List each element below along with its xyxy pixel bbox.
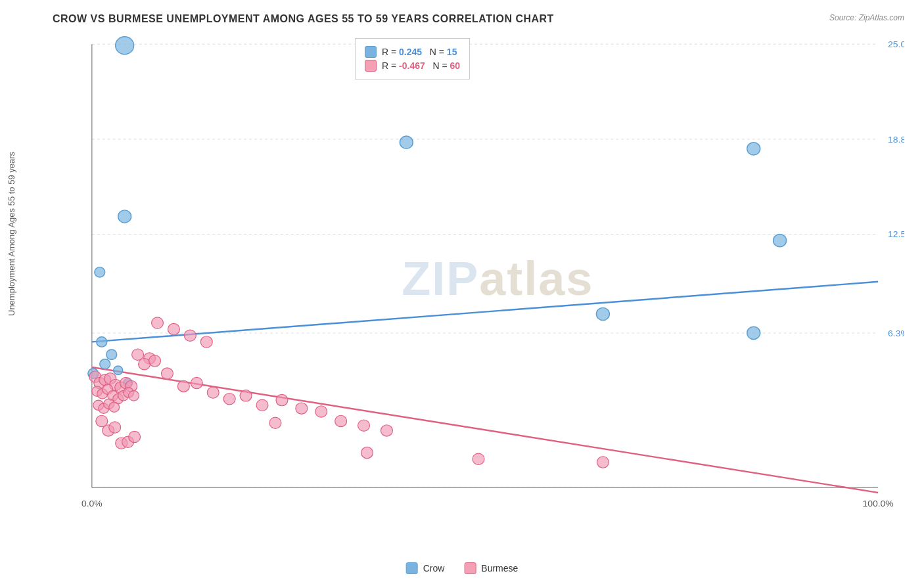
- crow-point: [114, 366, 123, 374]
- burmese-point: [200, 336, 212, 348]
- burmese-trend-line: [92, 367, 878, 493]
- burmese-point: [161, 368, 173, 379]
- burmese-point: [168, 323, 179, 334]
- burmese-point: [473, 453, 484, 464]
- burmese-point: [129, 431, 141, 442]
- crow-bottom-swatch: [406, 562, 418, 574]
- bottom-legend: Crow Burmese: [406, 562, 519, 574]
- burmese-point: [109, 402, 120, 412]
- burmese-legend-text: R = -0.467 N = 60: [382, 60, 460, 71]
- legend-crow-row: R = 0.245 N = 15: [365, 46, 460, 58]
- crow-point: [97, 337, 107, 347]
- burmese-point: [240, 390, 252, 401]
- crow-swatch: [365, 46, 377, 58]
- burmese-point: [191, 377, 202, 388]
- source-label: Source: ZipAtlas.com: [829, 13, 904, 22]
- burmese-point: [597, 457, 609, 468]
- crow-point: [747, 327, 760, 339]
- burmese-point: [149, 355, 161, 367]
- x-label-100: 100.0%: [862, 499, 893, 508]
- y-axis-label: Unemployment Among Ages 55 to 59 years: [7, 270, 16, 316]
- crow-point: [400, 136, 413, 148]
- burmese-point: [335, 415, 347, 426]
- crow-bottom-label: Crow: [423, 563, 445, 574]
- y-label-125: 12.5%: [888, 230, 904, 240]
- crow-point: [596, 307, 609, 320]
- burmese-point: [207, 387, 219, 398]
- crow-point: [774, 235, 787, 247]
- burmese-point: [358, 420, 370, 431]
- burmese-point: [139, 358, 150, 369]
- crow-point: [116, 37, 134, 55]
- burmese-point: [296, 403, 308, 414]
- crow-point: [747, 143, 760, 155]
- chart-container: CROW VS BURMESE UNEMPLOYMENT AMONG AGES …: [0, 0, 924, 586]
- y-label-188: 18.8%: [888, 135, 904, 145]
- burmese-bottom-swatch: [464, 562, 476, 574]
- burmese-point: [269, 417, 281, 428]
- burmese-point: [276, 394, 288, 405]
- x-label-0: 0.0%: [81, 499, 103, 508]
- crow-bottom-legend: Crow: [406, 562, 445, 574]
- burmese-point: [129, 391, 139, 401]
- chart-area: .grid-line { stroke: #ddd; stroke-width:…: [53, 32, 904, 526]
- crow-point: [106, 349, 117, 359]
- crow-legend-text: R = 0.245 N = 15: [382, 47, 457, 57]
- crow-point: [95, 267, 105, 277]
- burmese-point: [256, 399, 268, 411]
- burmese-point: [184, 330, 196, 341]
- chart-title: CROW VS BURMESE UNEMPLOYMENT AMONG AGES …: [53, 13, 904, 25]
- crow-point: [118, 210, 131, 223]
- y-label-63: 6.3%: [888, 328, 904, 338]
- burmese-point: [109, 422, 121, 433]
- burmese-bottom-legend: Burmese: [464, 562, 518, 574]
- burmese-swatch: [365, 60, 377, 72]
- legend-box: R = 0.245 N = 15 R = -0.467 N = 60: [355, 38, 470, 79]
- y-label-25: 25.0%: [888, 39, 904, 49]
- burmese-point: [381, 425, 392, 436]
- burmese-point: [223, 394, 235, 405]
- burmese-point: [152, 317, 164, 328]
- burmese-point: [177, 380, 189, 392]
- burmese-point: [361, 447, 373, 458]
- legend-burmese-row: R = -0.467 N = 60: [365, 60, 460, 72]
- burmese-bottom-label: Burmese: [481, 563, 518, 574]
- crow-point: [100, 359, 110, 369]
- scatter-chart: .grid-line { stroke: #ddd; stroke-width:…: [53, 32, 904, 526]
- burmese-point: [315, 406, 327, 417]
